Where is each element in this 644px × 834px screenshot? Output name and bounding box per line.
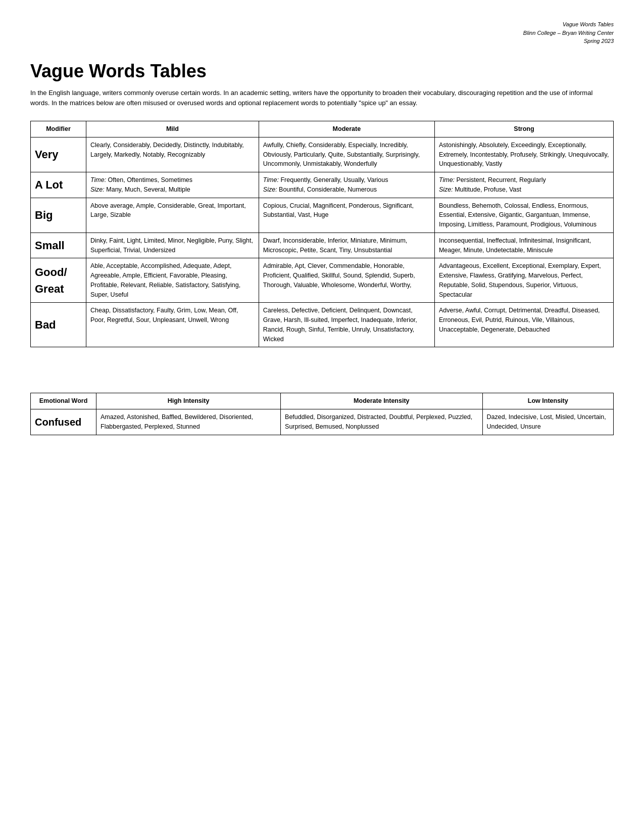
page-title: Vague Words Tables <box>30 61 614 82</box>
modifier-cell: A Lot <box>31 172 86 198</box>
mild-cell: Clearly, Considerably, Decidedly, Distin… <box>86 137 259 172</box>
col-header-emotional-word: Emotional Word <box>31 393 96 409</box>
high-intensity-cell: Amazed, Astonished, Baffled, Bewildered,… <box>96 409 281 435</box>
col-header-mild: Mild <box>86 121 259 137</box>
strong-cell: Time: Persistent, Recurrent, RegularlySi… <box>434 172 613 198</box>
modifier-cell: Good/Great <box>31 258 86 303</box>
moderate-cell: Dwarf, Inconsiderable, Inferior, Miniatu… <box>259 233 434 258</box>
emotional-word-cell: Confused <box>31 409 96 435</box>
strong-cell: Adverse, Awful, Corrupt, Detrimental, Dr… <box>434 303 613 347</box>
strong-cell: Boundless, Behemoth, Colossal, Endless, … <box>434 198 613 233</box>
col-header-low-intensity: Low Intensity <box>482 393 613 409</box>
mild-cell: Dinky, Faint, Light, Limited, Minor, Neg… <box>86 233 259 258</box>
moderate-cell: Admirable, Apt, Clever, Commendable, Hon… <box>259 258 434 303</box>
strong-cell: Astonishingly, Absolutely, Exceedingly, … <box>434 137 613 172</box>
header-meta: Vague Words Tables Blinn College – Bryan… <box>30 20 614 45</box>
strong-cell: Inconsequential, Ineffectual, Infinitesi… <box>434 233 613 258</box>
mild-cell: Able, Acceptable, Accomplished, Adequate… <box>86 258 259 303</box>
intro-text: In the English language, writers commonl… <box>30 88 614 109</box>
mild-cell: Cheap, Dissatisfactory, Faulty, Grim, Lo… <box>86 303 259 347</box>
col-header-strong: Strong <box>434 121 613 137</box>
modifier-cell: Small <box>31 233 86 258</box>
moderate-cell: Awfully, Chiefly, Considerably, Especial… <box>259 137 434 172</box>
moderate-cell: Time: Frequently, Generally, Usually, Va… <box>259 172 434 198</box>
modifier-cell: Very <box>31 137 86 172</box>
col-header-high-intensity: High Intensity <box>96 393 281 409</box>
vague-words-table: Modifier Mild Moderate Strong VeryClearl… <box>30 121 614 347</box>
modifier-cell: Bad <box>31 303 86 347</box>
moderate-cell: Copious, Crucial, Magnificent, Ponderous… <box>259 198 434 233</box>
modifier-cell: Big <box>31 198 86 233</box>
mild-cell: Time: Often, Oftentimes, SometimesSize: … <box>86 172 259 198</box>
col-header-moderate: Moderate <box>259 121 434 137</box>
moderate-cell: Careless, Defective, Deficient, Delinque… <box>259 303 434 347</box>
strong-cell: Advantageous, Excellent, Exceptional, Ex… <box>434 258 613 303</box>
moderate-intensity-cell: Befuddled, Disorganized, Distracted, Dou… <box>281 409 483 435</box>
low-intensity-cell: Dazed, Indecisive, Lost, Misled, Uncerta… <box>482 409 613 435</box>
col-header-moderate-intensity: Moderate Intensity <box>281 393 483 409</box>
col-header-modifier: Modifier <box>31 121 86 137</box>
emotional-words-table: Emotional Word High Intensity Moderate I… <box>30 393 614 435</box>
mild-cell: Above average, Ample, Considerable, Grea… <box>86 198 259 233</box>
